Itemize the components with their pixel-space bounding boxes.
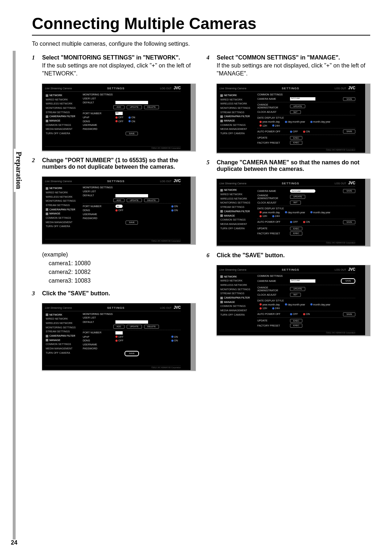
nav-network[interactable]: NETWORK: [220, 275, 254, 279]
cam-name-input[interactable]: JVCCAM: [290, 279, 315, 283]
nav-cam-filter[interactable]: CAMERA/PAN FILTER: [45, 334, 80, 338]
logout-link[interactable]: LOG OUT: [160, 180, 172, 182]
nav-wireless[interactable]: WIRELESS NETWORK: [220, 102, 254, 106]
exec-button[interactable]: EXEC: [290, 231, 302, 235]
logout-link[interactable]: LOG OUT: [335, 182, 346, 185]
nav-manage[interactable]: MANAGE: [220, 214, 254, 218]
logout-link[interactable]: LOG OUT: [335, 87, 346, 90]
nav-common[interactable]: COMMON SETTINGS: [220, 304, 254, 308]
save-button[interactable]: SAVE: [341, 278, 355, 284]
upnp-on[interactable]: ON: [171, 336, 178, 338]
date-mdy[interactable]: month.day.year: [310, 303, 331, 306]
nav-network[interactable]: NETWORK: [220, 93, 254, 98]
nav-stream[interactable]: STREAM SETTINGS: [220, 110, 254, 115]
delete-button[interactable]: DELETE: [144, 105, 159, 109]
nav-monitoring[interactable]: MONITORING SETTINGS: [45, 325, 80, 330]
update-button[interactable]: UPDATE: [290, 195, 305, 199]
logout-link[interactable]: LOG OUT: [160, 307, 172, 309]
nav-cam-filter[interactable]: CAMERA/PAN FILTER: [220, 114, 254, 119]
time-12h[interactable]: 12H: [260, 215, 267, 218]
date-ymd[interactable]: year.month.day: [260, 211, 280, 214]
nav-wired[interactable]: WIRED NETWORK: [45, 98, 80, 102]
save-button[interactable]: SAVE: [126, 132, 138, 136]
nav-cam-filter[interactable]: CAMERA/PAN FILTER: [220, 296, 254, 300]
nav-common[interactable]: COMMON SETTINGS: [45, 123, 80, 127]
nav-wired[interactable]: WIRED NETWORK: [220, 192, 254, 197]
nav-media[interactable]: MEDIA MANAGEMENT: [45, 346, 80, 351]
upnp-off[interactable]: OFF: [115, 116, 123, 119]
update-button[interactable]: UPDATE: [127, 105, 142, 109]
date-dmy[interactable]: day.month.year: [285, 211, 305, 214]
time-24h[interactable]: 24H: [272, 124, 280, 127]
nav-monitoring[interactable]: MONITORING SETTINGS: [45, 106, 80, 110]
time-24h[interactable]: 24H: [272, 215, 280, 218]
nav-stream[interactable]: STREAM SETTINGS: [220, 291, 254, 296]
user-input[interactable]: [115, 101, 148, 104]
save-button[interactable]: SAVE: [343, 220, 355, 224]
nav-stream[interactable]: STREAM SETTINGS: [45, 203, 80, 208]
nav-media[interactable]: MEDIA MANAGEMENT: [45, 127, 80, 131]
ddns-off[interactable]: OFF: [115, 339, 123, 342]
nav-wired[interactable]: WIRED NETWORK: [45, 190, 80, 195]
nav-common[interactable]: COMMON SETTINGS: [220, 218, 254, 222]
add-button[interactable]: ADD: [113, 198, 124, 202]
date-ymd[interactable]: year.month.day: [260, 120, 280, 123]
ddns-on[interactable]: ON: [171, 339, 178, 342]
save-button[interactable]: SAVE: [343, 130, 355, 134]
delete-button[interactable]: DELETE: [144, 325, 159, 329]
set-button[interactable]: SET: [290, 201, 301, 205]
nav-manage[interactable]: MANAGE: [45, 338, 80, 342]
nav-network[interactable]: NETWORK: [45, 313, 80, 317]
save-button[interactable]: SAVE: [126, 221, 138, 225]
exec-button[interactable]: EXEC: [290, 319, 302, 323]
cam-name-input[interactable]: JVCCAM: [290, 97, 315, 100]
nav-wired[interactable]: WIRED NETWORK: [220, 279, 254, 283]
add-button[interactable]: ADD: [113, 325, 124, 329]
auto-off-off[interactable]: OFF: [290, 221, 298, 223]
save-button[interactable]: SAVE: [124, 351, 139, 356]
set-button[interactable]: SET: [290, 293, 301, 297]
nav-turn-off[interactable]: TURN OFF CAMERA: [220, 131, 254, 136]
nav-stream[interactable]: STREAM SETTINGS: [220, 205, 254, 209]
user-input[interactable]: [115, 194, 148, 197]
nav-wireless[interactable]: WIRELESS NETWORK: [220, 197, 254, 201]
logout-link[interactable]: LOG OUT: [335, 268, 346, 271]
time-12h[interactable]: 12H: [260, 124, 267, 127]
ddns-off[interactable]: OFF: [115, 209, 123, 212]
nav-wired[interactable]: WIRED NETWORK: [45, 317, 80, 321]
nav-cam-filter[interactable]: CAMERA/PAN FILTER: [45, 208, 80, 212]
save-button[interactable]: SAVE: [343, 312, 355, 316]
save-button[interactable]: SAVE: [343, 189, 355, 193]
nav-network[interactable]: NETWORK: [45, 93, 80, 98]
exec-button[interactable]: EXEC: [290, 227, 302, 231]
nav-monitoring[interactable]: MONITORING SETTINGS: [45, 199, 80, 203]
nav-monitoring[interactable]: MONITORING SETTINGS: [220, 201, 254, 205]
upnp-on[interactable]: ON: [171, 205, 178, 208]
exec-button[interactable]: EXEC: [290, 136, 302, 140]
date-dmy[interactable]: day.month.year: [285, 120, 305, 123]
nav-manage[interactable]: MANAGE: [220, 119, 254, 123]
nav-stream[interactable]: STREAM SETTINGS: [45, 329, 80, 334]
nav-wireless[interactable]: WIRELESS NETWORK: [45, 195, 80, 199]
nav-media[interactable]: MEDIA MANAGEMENT: [220, 308, 254, 313]
set-button[interactable]: SET: [290, 110, 301, 114]
exec-button[interactable]: EXEC: [290, 324, 302, 328]
date-mdy[interactable]: month.day.year: [310, 120, 331, 123]
nav-common[interactable]: COMMON SETTINGS: [45, 216, 80, 220]
nav-manage[interactable]: MANAGE: [220, 300, 254, 304]
user-input[interactable]: [115, 320, 148, 324]
ddns-on[interactable]: ON: [128, 120, 135, 123]
auto-off-off[interactable]: OFF: [290, 130, 298, 133]
cam-name-input[interactable]: JVCCAM: [290, 189, 315, 193]
logout-link[interactable]: LOG OUT: [160, 87, 172, 90]
nav-wireless[interactable]: WIRELESS NETWORK: [45, 321, 80, 325]
nav-turn-off[interactable]: TURN OFF CAMERA: [220, 226, 254, 231]
nav-turn-off[interactable]: TURN OFF CAMERA: [45, 351, 80, 355]
upnp-off[interactable]: OFF: [115, 336, 123, 338]
nav-turn-off[interactable]: TURN OFF CAMERA: [45, 224, 80, 229]
save-button[interactable]: SAVE: [343, 97, 355, 101]
auto-off-off[interactable]: OFF: [290, 313, 298, 316]
nav-wireless[interactable]: WIRELESS NETWORK: [220, 283, 254, 287]
exec-button[interactable]: EXEC: [290, 141, 302, 145]
nav-network[interactable]: NETWORK: [220, 188, 254, 192]
